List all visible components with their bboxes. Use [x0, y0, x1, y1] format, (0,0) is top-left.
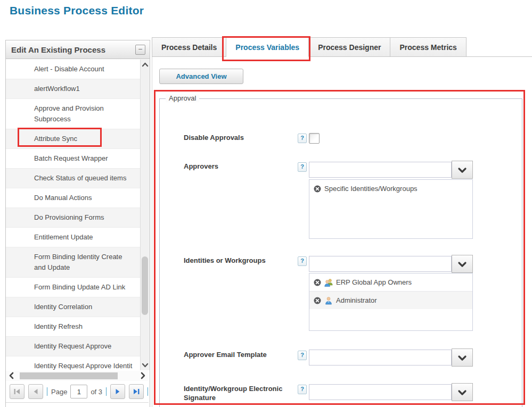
previous-page-icon [31, 387, 40, 396]
scroll-up-icon[interactable] [141, 61, 149, 69]
selected-item: Administrator [309, 292, 472, 309]
vertical-scroll-thumb[interactable] [142, 256, 148, 315]
list-item[interactable]: Identity Request Approve Identit [6, 356, 141, 370]
first-page-icon [13, 387, 21, 396]
list-item[interactable]: Check Status of queued items [6, 169, 141, 188]
list-item-label: Entitlement Update [34, 233, 93, 241]
list-item-label: alertWorkflow1 [34, 85, 80, 93]
identities-combo-input[interactable] [309, 256, 452, 272]
list-item[interactable]: Batch Request Wrapper [6, 149, 141, 169]
last-page-button[interactable] [129, 384, 144, 399]
list-item-label: Identity Request Approve Identit [34, 361, 133, 370]
list-item-label: Form Binding Update AD Link [34, 283, 125, 291]
vertical-scrollbar[interactable] [140, 60, 150, 370]
process-list-panel: Edit An Existing Process – Alert - Disab… [5, 40, 150, 407]
list-item-attribute-sync[interactable]: Attribute Sync [6, 129, 141, 149]
scroll-down-icon[interactable] [141, 361, 149, 369]
scroll-left-icon[interactable] [7, 371, 16, 380]
tab-process-variables[interactable]: Process Variables [226, 37, 309, 57]
list-item[interactable]: Entitlement Update [6, 228, 141, 247]
disable-approvals-checkbox[interactable] [309, 133, 320, 144]
paging-toolbar: Page of 3 ⟳ [6, 381, 149, 403]
remove-icon[interactable] [314, 185, 321, 193]
content-panel-border [152, 57, 152, 407]
list-item[interactable]: Form Binding Identity Create and Update [6, 247, 141, 278]
list-item-label: Do Provisioning Forms [34, 213, 104, 221]
list-item[interactable]: Identity Refresh [6, 317, 141, 337]
horizontal-scroll-thumb[interactable] [20, 372, 118, 379]
chevron-down-icon [457, 259, 468, 269]
list-item-label: Identity Refresh [34, 322, 83, 330]
panel-title: Edit An Existing Process [11, 45, 105, 54]
remove-icon[interactable] [314, 279, 321, 286]
list-item[interactable]: Alert - Disable Account [6, 60, 141, 79]
list-item-label: Form Binding Identity Create and Update [34, 253, 122, 271]
selected-item: ERP Global App Owners [309, 273, 472, 292]
list-item-label: Attribute Sync [34, 135, 77, 143]
first-page-button[interactable] [10, 384, 24, 399]
approvers-combo-input[interactable] [309, 162, 452, 178]
toolbar-separator [106, 387, 107, 396]
identities-selected-list: ERP Global App Owners Administrator [309, 273, 473, 331]
list-item[interactable]: alertWorkflow1 [6, 79, 141, 99]
process-list: Alert - Disable Account alertWorkflow1 A… [6, 60, 141, 370]
electronic-signature-label: Identity/Workgroup Electronic Signature [184, 384, 297, 402]
selected-item-label: Specific Identities/Workgroups [324, 185, 418, 193]
tab-label: Process Designer [318, 43, 381, 52]
scroll-right-icon[interactable] [138, 371, 147, 380]
page-title: Business Process Editor [10, 4, 144, 17]
tab-label: Process Variables [235, 43, 299, 52]
next-page-button[interactable] [110, 384, 125, 399]
selected-item-label: Administrator [336, 296, 377, 304]
list-item-label: Approve and Provision Subprocess [34, 104, 104, 123]
electronic-signature-combo-trigger[interactable] [452, 383, 473, 401]
list-item[interactable]: Do Manual Actions [6, 188, 141, 208]
identities-combo [309, 255, 473, 273]
selected-item-label: ERP Global App Owners [336, 278, 412, 286]
approvers-combo [309, 161, 473, 179]
approver-email-template-label: Approver Email Template [184, 350, 297, 359]
tab-process-designer[interactable]: Process Designer [309, 37, 390, 57]
help-icon[interactable]: ? [298, 351, 307, 360]
workgroup-icon [324, 278, 333, 287]
help-icon[interactable]: ? [298, 256, 307, 266]
list-item[interactable]: Do Provisioning Forms [6, 208, 141, 228]
list-item[interactable]: Identity Correlation [6, 297, 141, 317]
tab-process-metrics[interactable]: Process Metrics [390, 37, 466, 57]
list-item-label: Check Status of queued items [34, 174, 126, 182]
collapse-panel-button[interactable]: – [135, 45, 145, 55]
approver-email-template-combo-input[interactable] [309, 350, 452, 366]
list-item[interactable]: Form Binding Update AD Link [6, 278, 141, 297]
tab-label: Process Metrics [399, 43, 456, 52]
remove-icon[interactable] [314, 297, 321, 304]
toolbar-separator [148, 387, 148, 396]
page-label: Page [51, 388, 67, 396]
approvers-label: Approvers [184, 162, 297, 171]
approver-email-template-combo-trigger[interactable] [452, 348, 473, 367]
chevron-down-icon [457, 165, 468, 175]
identities-combo-trigger[interactable] [452, 255, 473, 273]
help-icon[interactable]: ? [298, 162, 307, 172]
approver-email-template-combo [309, 348, 473, 367]
tab-process-details[interactable]: Process Details [152, 37, 226, 57]
list-item[interactable]: Identity Request Approve [6, 337, 141, 356]
horizontal-scrollbar[interactable] [6, 371, 149, 381]
tab-label: Process Details [161, 43, 217, 52]
page-number-input[interactable] [70, 385, 87, 398]
page-count-label: of 3 [91, 388, 102, 396]
advanced-view-button[interactable]: Advanced View [159, 69, 243, 84]
list-item-label: Identity Request Approve [34, 342, 111, 350]
previous-page-button[interactable] [28, 384, 43, 399]
person-icon [324, 296, 333, 305]
tab-bar: Process Details Process Variables Proces… [152, 37, 466, 57]
list-item-label: Alert - Disable Account [34, 65, 104, 73]
help-icon[interactable]: ? [298, 385, 307, 394]
selected-item: Specific Identities/Workgroups [309, 180, 472, 197]
toolbar-separator [47, 387, 47, 396]
help-icon[interactable]: ? [298, 134, 307, 143]
approvers-combo-trigger[interactable] [452, 161, 473, 179]
list-item[interactable]: Approve and Provision Subprocess [6, 99, 141, 129]
list-item-label: Identity Correlation [34, 303, 92, 311]
electronic-signature-combo-input[interactable] [309, 384, 452, 400]
identities-or-workgroups-label: Identities or Workgroups [184, 256, 297, 265]
